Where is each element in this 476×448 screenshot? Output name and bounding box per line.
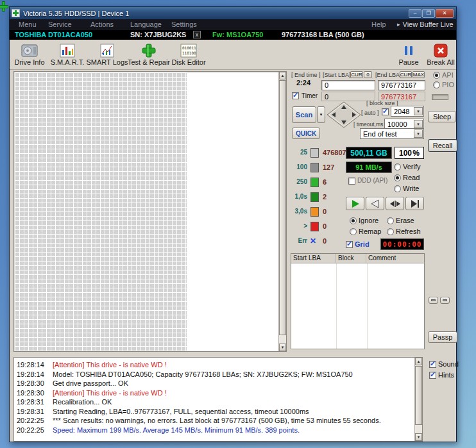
scroll-up-icon[interactable]: ▲: [415, 358, 422, 365]
start-lba-zero-button[interactable]: 0: [364, 71, 372, 78]
stat-row: > 0: [291, 222, 347, 235]
green-cross-icon: [141, 42, 157, 58]
erase-label: Erase: [396, 217, 414, 224]
scroll-down-icon[interactable]: ▼: [279, 344, 286, 351]
dash-icon: [431, 299, 436, 301]
timer-checkbox[interactable]: [292, 92, 299, 99]
toolbar-button-label: Pause: [398, 58, 418, 66]
scan-button[interactable]: Scan: [292, 106, 316, 123]
indicator-button-left[interactable]: [429, 297, 438, 304]
erase-radio[interactable]: [387, 217, 394, 224]
menu-item-actions[interactable]: Actions: [90, 21, 114, 28]
stat-row-errors: Err ✕ 0: [291, 236, 347, 249]
defect-table: Start LBA Block Comment: [291, 253, 425, 349]
refresh-radio[interactable]: [387, 228, 394, 235]
stat-row: 25 476807: [291, 148, 347, 161]
menu-item-language[interactable]: Language: [130, 21, 162, 28]
stat-value: 127: [323, 163, 334, 171]
maximize-button[interactable]: ❐: [422, 9, 435, 18]
grid-checkbox[interactable]: [346, 241, 353, 248]
seek-icon: [389, 199, 401, 208]
pause-button[interactable]: Pause: [395, 41, 423, 69]
read-radio[interactable]: [394, 174, 401, 181]
indicator-button-right[interactable]: [440, 297, 450, 304]
dropdown-arrow-icon[interactable]: ▼: [414, 120, 423, 128]
scroll-down-icon[interactable]: ▼: [415, 433, 422, 441]
column-header: Start LBA: [291, 254, 336, 263]
stat-label: >: [291, 222, 307, 229]
end-lba-max-button[interactable]: MAX: [412, 71, 425, 78]
binary-editor-icon: 010011110100: [180, 42, 197, 58]
log-panel: 19:28:14 [Attention] This drive - is nat…: [13, 357, 423, 442]
log-entry: 19:28:14 [Attention] This drive - is nat…: [17, 360, 422, 370]
sound-checkbox[interactable]: [429, 361, 436, 368]
write-radio[interactable]: [394, 185, 401, 192]
recall-button[interactable]: Recall: [428, 139, 457, 152]
toolbar-disk-editor-button[interactable]: 010011110100 Disk Editor: [171, 41, 206, 69]
scrollbar-thumb[interactable]: [279, 80, 286, 335]
start-lba-cur-button[interactable]: CUR: [350, 71, 363, 78]
ignore-radio[interactable]: [350, 217, 357, 224]
dropdown-arrow-icon[interactable]: ▼: [414, 129, 423, 138]
drive-tab-close-button[interactable]: x: [193, 31, 201, 38]
scan-area-scrollbar[interactable]: ▲ ▼: [278, 72, 286, 351]
skip-end-button[interactable]: [405, 197, 424, 210]
end-of-test-dropdown[interactable]: End of test ▼: [360, 128, 424, 139]
toolbar-drive-info-button[interactable]: Drive Info: [13, 41, 46, 69]
api-radio[interactable]: [433, 72, 440, 79]
menu-item-help[interactable]: Help: [371, 21, 386, 28]
hints-checkbox[interactable]: [429, 372, 436, 379]
step-back-button[interactable]: [366, 197, 384, 210]
log-timestamp: 20:22:25: [17, 416, 53, 426]
ddd-api-checkbox[interactable]: [348, 178, 355, 185]
green-cross-icon: [0, 5, 8, 8]
stat-label: 100: [291, 163, 307, 170]
auto-checkbox[interactable]: [382, 108, 389, 115]
verify-radio[interactable]: [394, 163, 401, 170]
menu-item-menu[interactable]: Menu: [19, 21, 37, 28]
scrollbar-thumb[interactable]: [415, 366, 422, 425]
drive-serial: SN: X7JBUG2KS: [130, 31, 186, 38]
sleep-button[interactable]: Sleep: [428, 111, 456, 122]
start-lba-input[interactable]: 0: [321, 80, 375, 90]
pio-radio[interactable]: [433, 81, 440, 88]
seek-position-button[interactable]: [386, 197, 404, 210]
log-message: *** Scan results: no warnings, no errors…: [53, 416, 381, 426]
toolbar-test-repair-button[interactable]: Test & Repair: [129, 41, 169, 69]
toolbar-smart-logs-button[interactable]: SMART Logs: [88, 41, 126, 69]
close-button[interactable]: ✕: [436, 9, 454, 18]
victoria-desktop-icon[interactable]: [0, 1, 8, 12]
remap-radio[interactable]: [350, 228, 357, 235]
log-scrollbar[interactable]: ▲ ▼: [414, 358, 422, 441]
column-divider: [367, 263, 368, 349]
block-size-dropdown[interactable]: 2048 ▼: [391, 106, 424, 117]
verify-label: Verify: [403, 163, 421, 170]
title-bar[interactable]: Victoria 5.35 HDD/SSD | Device 1 – ❐ ✕: [10, 7, 456, 19]
menu-item-settings[interactable]: Settings: [171, 21, 197, 28]
toolbar-button-label: Disk Editor: [171, 58, 205, 66]
passp-button[interactable]: Passp: [428, 331, 457, 343]
right-side-panel: API PIO Sleep Recall Passp: [428, 71, 457, 352]
stat-value: 0: [323, 208, 327, 215]
scroll-up-icon[interactable]: ▲: [279, 72, 286, 79]
start-test-button[interactable]: [346, 197, 364, 210]
break-all-button[interactable]: Break All: [425, 41, 456, 69]
svg-text:010011: 010011: [182, 46, 196, 50]
scan-progress-grid: [15, 72, 187, 351]
view-buffer-live-toggle[interactable]: ▸ View Buffer Live: [397, 21, 454, 28]
dropdown-arrow-icon[interactable]: ▼: [414, 107, 423, 115]
write-label: Write: [403, 185, 419, 192]
minimize-button[interactable]: –: [409, 9, 421, 18]
stat-label: 1,0s: [291, 193, 307, 200]
toolbar-smart-button[interactable]: S.M.A.R.T.: [51, 41, 84, 69]
menu-item-service[interactable]: Service: [48, 21, 72, 28]
log-chart-icon: [99, 42, 115, 58]
stat-label: 3,0s: [291, 208, 307, 215]
end-lba-input[interactable]: 976773167: [378, 80, 425, 90]
log-message: Starting Reading, LBA=0..976773167, FULL…: [53, 407, 309, 417]
back-triangle-icon: [370, 199, 380, 208]
log-entry: 19:28:14 Model: TOSHIBA DT01ACA050; Capa…: [17, 370, 422, 379]
scan-dropdown-button[interactable]: ▼: [317, 106, 325, 123]
end-lba-cur-button[interactable]: CUR: [400, 71, 412, 78]
quick-button[interactable]: QUICK: [292, 128, 320, 139]
